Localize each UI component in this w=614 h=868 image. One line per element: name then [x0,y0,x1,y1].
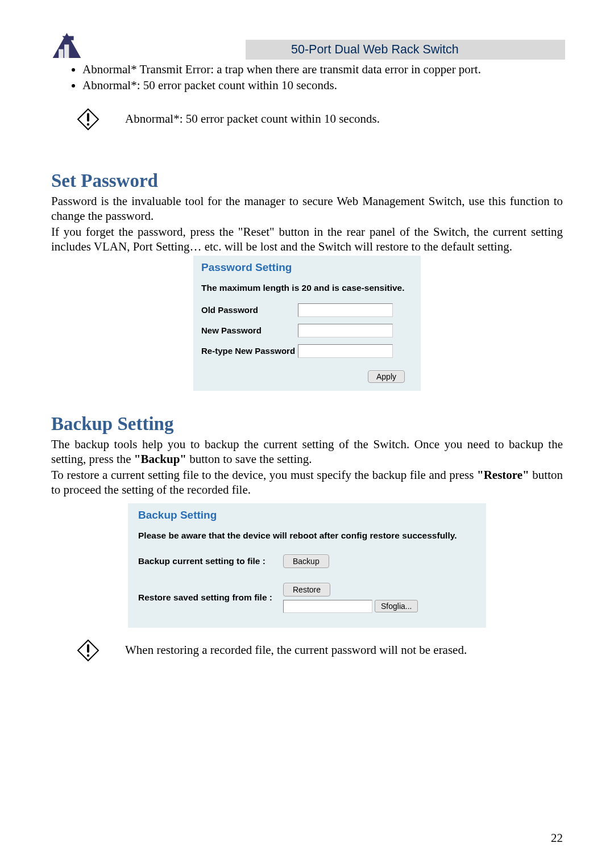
backup-setting-panel: Backup Setting Please be aware that the … [128,503,486,628]
warning-icon [68,108,108,131]
bullet-item: Abnormal* Transmit Error: a trap when th… [82,62,563,77]
svg-rect-5 [87,113,89,122]
panel-subtitle: The maximum length is 20 and is case-sen… [201,283,413,293]
backup-para1: The backup tools help you to backup the … [51,437,563,467]
bullet-list: Abnormal* Transmit Error: a trap when th… [82,62,563,94]
restore-from-file-label: Restore saved setting from file : [138,592,283,603]
note-text: Abnormal*: 50 error packet count within … [125,112,380,126]
browse-button[interactable]: Sfoglia... [375,600,418,612]
note-block: Abnormal*: 50 error packet count within … [68,108,563,131]
panel-title: Backup Setting [138,509,476,521]
product-title: 50-Port Dual Web Rack Switch [246,40,565,60]
backup-setting-heading: Backup Setting [51,414,563,435]
retype-password-label: Re-type New Password [201,346,298,356]
set-password-para2: If you forget the password, press the "R… [51,224,563,254]
bullet-item: Abnormal*: 50 error packet count within … [82,78,563,93]
page-header: 50-Port Dual Web Rack Switch [51,31,563,60]
page-number: 22 [551,831,563,845]
svg-point-6 [87,123,89,125]
backup-to-file-label: Backup current setting to file : [138,556,283,566]
backup-para2: To restore a current setting file to the… [51,468,563,498]
retype-password-input[interactable] [298,344,393,358]
set-password-heading: Set Password [51,170,563,191]
note-text: When restoring a recorded file, the curr… [125,643,467,657]
backup-button[interactable]: Backup [283,554,329,568]
set-password-para1: Password is the invaluable tool for the … [51,194,563,224]
panel-title: Password Setting [201,261,413,274]
apply-button[interactable]: Apply [368,370,405,383]
svg-rect-1 [59,49,63,58]
note-block: When restoring a recorded file, the curr… [68,639,563,662]
svg-point-9 [87,654,89,656]
restore-file-input[interactable] [283,600,372,613]
panel-subtitle: Please be aware that the device will reb… [138,531,476,541]
old-password-input[interactable] [298,303,393,317]
new-password-label: New Password [201,326,298,335]
restore-button[interactable]: Restore [283,583,330,596]
new-password-input[interactable] [298,324,393,337]
old-password-label: Old Password [201,305,298,315]
svg-rect-8 [87,644,89,653]
company-logo [51,31,82,60]
svg-rect-2 [64,44,69,58]
password-setting-panel: Password Setting The maximum length is 2… [193,256,421,391]
warning-icon [68,639,108,662]
